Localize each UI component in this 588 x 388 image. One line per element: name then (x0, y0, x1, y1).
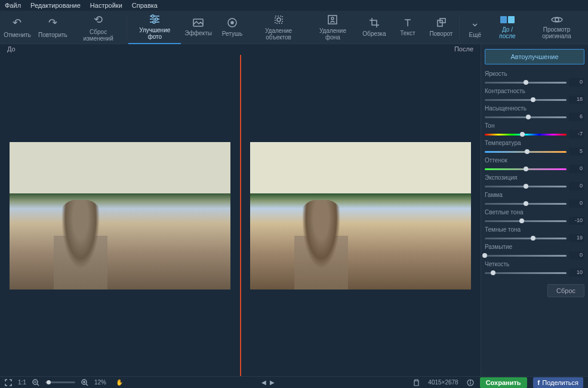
before-after-button[interactable]: До / после (490, 11, 525, 44)
view-original-label: Просмотр оригинала (530, 26, 583, 39)
share-label: Поделиться (542, 379, 578, 386)
redo-button[interactable]: ↷ Повторить (35, 11, 71, 44)
hand-icon[interactable]: ✋ (116, 379, 123, 386)
slider-track[interactable] (485, 255, 567, 257)
menu-help[interactable]: Справка (132, 2, 158, 9)
slider-track[interactable] (485, 99, 567, 101)
crop-button[interactable]: Обрезка (358, 11, 391, 44)
reset-button[interactable]: Сброс (547, 284, 584, 297)
slider-value[interactable]: -7 (569, 130, 584, 138)
slider-track[interactable] (485, 116, 567, 118)
slider-оттенок: Оттенок0 (485, 157, 584, 173)
auto-enhance-button[interactable]: Автоулучшение (485, 49, 584, 64)
enhance-button[interactable]: Улучшение фото (128, 11, 181, 44)
slider-label: Тон (485, 122, 584, 129)
slider-label: Гамма (485, 192, 584, 198)
separator (459, 16, 460, 39)
slider-value[interactable]: 10 (569, 269, 584, 277)
zoom-value: 12% (94, 379, 106, 386)
trash-icon[interactable] (413, 379, 420, 386)
menu-edit[interactable]: Редактирование (30, 2, 81, 9)
info-icon[interactable] (467, 379, 474, 386)
svg-line-22 (86, 384, 88, 386)
slider-track[interactable] (485, 151, 567, 153)
reset-changes-button[interactable]: ⟲ Сброс изменений (71, 11, 126, 44)
slider-value[interactable]: 0 (569, 199, 584, 208)
remove-obj-icon (273, 14, 284, 25)
slider-track[interactable] (485, 134, 567, 136)
slider-value[interactable]: 0 (569, 251, 584, 260)
svg-point-5 (153, 21, 155, 23)
rotate-button[interactable]: Поворот (424, 11, 458, 44)
canvas-area: До После (0, 44, 481, 376)
slider-светлые тона: Светлые тона-10 (485, 209, 584, 225)
slider-track[interactable] (485, 203, 567, 205)
reset-icon: ⟲ (94, 13, 103, 26)
slider-насыщенность: Насыщенность6 (485, 105, 584, 121)
crop-icon (369, 17, 380, 28)
view-original-button[interactable]: Просмотр оригинала (525, 11, 588, 44)
separator (127, 16, 127, 39)
svg-rect-15 (500, 16, 507, 23)
slider-track[interactable] (485, 186, 567, 187)
more-button[interactable]: ⌄ Ещё (461, 11, 490, 44)
zoom-in-icon[interactable] (81, 379, 88, 386)
eye-icon (551, 16, 563, 24)
prev-icon[interactable]: ◀ (261, 379, 266, 386)
remove-objects-button[interactable]: Удаление объектов (249, 11, 308, 44)
facebook-icon: f (538, 379, 540, 386)
crop-label: Обрезка (362, 30, 386, 37)
slider-track[interactable] (485, 168, 567, 170)
slider-размытие: Размытие0 (485, 244, 584, 260)
sliders-icon (149, 14, 161, 24)
slider-value[interactable]: -10 (569, 217, 584, 225)
dimensions-label: 4015×2678 (428, 379, 458, 386)
slider-value[interactable]: 0 (569, 182, 584, 190)
slider-track[interactable] (485, 220, 567, 222)
slider-label: Светлые тона (485, 209, 584, 215)
adjustments-sidebar: Автоулучшение Яркость0Контрастность18Нас… (481, 44, 588, 376)
save-button[interactable]: Сохранить (480, 377, 527, 388)
after-image-wrap[interactable] (241, 55, 481, 376)
menubar: Файл Редактирование Настройки Справка (0, 0, 588, 11)
slider-label: Контрастность (485, 88, 584, 94)
slider-track[interactable] (485, 82, 567, 84)
svg-rect-9 (275, 16, 282, 23)
menu-settings[interactable]: Настройки (90, 2, 122, 9)
slider-track[interactable] (485, 272, 567, 274)
slider-температура: Температура5 (485, 140, 584, 156)
slider-label: Температура (485, 140, 584, 146)
menu-file[interactable]: Файл (5, 2, 21, 9)
zoom-out-icon[interactable] (32, 379, 39, 386)
slider-value[interactable]: 5 (569, 147, 584, 156)
slider-label: Размытие (485, 244, 584, 250)
next-icon[interactable]: ▶ (270, 379, 275, 386)
slider-value[interactable]: 19 (569, 234, 584, 242)
more-label: Ещё (469, 32, 481, 38)
slider-label: Четкость (485, 261, 584, 267)
slider-value[interactable]: 0 (569, 165, 584, 173)
slider-value[interactable]: 6 (569, 113, 584, 121)
effects-icon (192, 18, 204, 27)
undo-icon: ↶ (13, 16, 21, 29)
fullscreen-icon[interactable] (5, 379, 12, 386)
slider-value[interactable]: 18 (569, 96, 584, 104)
fit-button[interactable]: 1:1 (18, 379, 26, 386)
zoom-slider[interactable] (45, 381, 75, 383)
rotate-label: Поворот (429, 30, 452, 37)
undo-button[interactable]: ↶ Отменить (0, 11, 35, 44)
svg-point-1 (152, 15, 154, 17)
slider-четкость: Четкость10 (485, 261, 584, 277)
slider-track[interactable] (485, 238, 567, 239)
svg-point-10 (277, 18, 281, 21)
text-button[interactable]: Текст (391, 11, 424, 44)
remove-bg-icon (327, 14, 338, 25)
retouch-button[interactable]: Ретушь (216, 11, 249, 44)
remove-bg-button[interactable]: Удаление фона (308, 11, 358, 44)
slider-value[interactable]: 0 (569, 78, 584, 87)
before-image-wrap[interactable] (0, 55, 240, 376)
share-button[interactable]: f Поделиться (533, 377, 583, 388)
before-label: До (7, 45, 16, 54)
compare-icon (500, 16, 515, 24)
effects-button[interactable]: Эффекты (181, 11, 216, 44)
